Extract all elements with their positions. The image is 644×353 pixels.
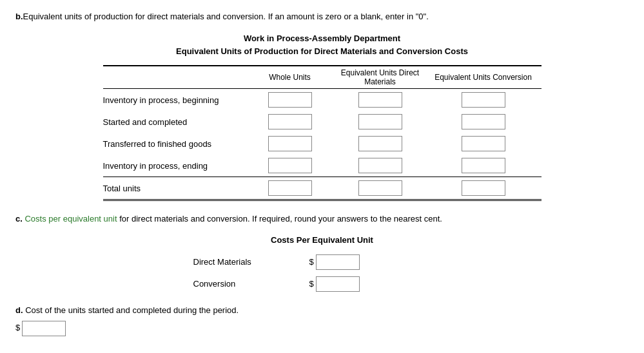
dollar-sign-conv: $ <box>309 279 314 289</box>
table-row-started-completed: Started and completed <box>103 111 542 133</box>
input-conv-started-completed[interactable] <box>462 114 505 129</box>
header-eq-conv: Equivalent Units Conversion <box>432 73 535 82</box>
input-dm-cost[interactable] <box>316 254 360 270</box>
section-d: d. Cost of the units started and complet… <box>15 304 629 336</box>
cell-dm-inventory-beginning <box>329 92 432 108</box>
input-conv-total[interactable] <box>462 180 505 196</box>
row-label-inventory-ending: Inventory in process, ending <box>103 161 251 171</box>
section-d-input-wrap: $ <box>15 321 629 336</box>
section-c-label: c. <box>15 214 23 224</box>
input-dm-inventory-beginning[interactable] <box>358 92 402 108</box>
costs-per-unit-table: Direct Materials $ Conversion $ <box>193 251 451 295</box>
cell-conv-inventory-beginning <box>432 92 535 108</box>
costs-input-wrap-conv: $ <box>309 276 360 292</box>
table-row-inventory-ending: Inventory in process, ending <box>103 155 542 176</box>
cell-whole-inventory-ending <box>251 158 329 173</box>
cell-dm-inventory-ending <box>329 158 432 173</box>
cell-conv-inventory-ending <box>432 158 535 173</box>
cell-whole-transferred <box>251 136 329 151</box>
section-b-label: b. <box>15 12 23 21</box>
input-whole-inventory-ending[interactable] <box>268 158 312 173</box>
input-whole-inventory-beginning[interactable] <box>268 92 312 108</box>
section-c-text: for direct materials and conversion. If … <box>119 214 442 224</box>
section-b-intro: b.Equivalent units of production for dir… <box>15 10 629 23</box>
dollar-sign-dm: $ <box>309 257 314 267</box>
costs-label-dm: Direct Materials <box>193 257 309 267</box>
cell-whole-inventory-beginning <box>251 92 329 108</box>
cell-dm-total <box>329 180 432 196</box>
cell-conv-started-completed <box>432 114 535 129</box>
cell-dm-started-completed <box>329 114 432 129</box>
input-whole-total[interactable] <box>268 180 312 196</box>
input-dm-started-completed[interactable] <box>358 114 402 129</box>
table-row-transferred: Transferred to finished goods <box>103 133 542 155</box>
input-whole-transferred[interactable] <box>268 136 312 151</box>
input-dm-transferred[interactable] <box>358 136 402 151</box>
costs-row-dm: Direct Materials $ <box>193 251 451 273</box>
header-whole-units: Whole Units <box>251 73 329 82</box>
cell-whole-total <box>251 180 329 196</box>
cell-whole-started-completed <box>251 114 329 129</box>
input-conv-inventory-beginning[interactable] <box>462 92 505 108</box>
input-whole-started-completed[interactable] <box>268 114 312 129</box>
section-c-intro: c. Costs per equivalent unit for direct … <box>15 213 629 226</box>
costs-table-title: Costs Per Equivalent Unit <box>15 235 629 245</box>
cell-conv-total <box>432 180 535 196</box>
table-row-total: Total units <box>103 176 542 201</box>
input-conv-inventory-ending[interactable] <box>462 158 505 173</box>
row-label-transferred: Transferred to finished goods <box>103 139 251 149</box>
costs-row-conv: Conversion $ <box>193 273 451 295</box>
dollar-sign-d: $ <box>15 321 20 335</box>
equivalent-units-table: Whole Units Equivalent Units Direct Mate… <box>103 65 542 201</box>
table-title: Work in Process-Assembly Department Equi… <box>15 32 629 59</box>
row-label-inventory-beginning: Inventory in process, beginning <box>103 95 251 105</box>
cell-dm-transferred <box>329 136 432 151</box>
costs-input-wrap-dm: $ <box>309 254 360 270</box>
row-label-started-completed: Started and completed <box>103 117 251 127</box>
row-label-total: Total units <box>103 184 251 193</box>
header-eq-dm: Equivalent Units Direct Materials <box>329 68 432 86</box>
input-dm-inventory-ending[interactable] <box>358 158 402 173</box>
table-row-inventory-beginning: Inventory in process, beginning <box>103 89 542 111</box>
cell-conv-transferred <box>432 136 535 151</box>
costs-per-unit-link: Costs per equivalent unit <box>24 214 117 224</box>
input-conv-cost[interactable] <box>316 276 360 292</box>
table-header-row: Whole Units Equivalent Units Direct Mate… <box>103 65 542 89</box>
input-conv-transferred[interactable] <box>462 136 505 151</box>
input-cost-started-completed[interactable] <box>22 321 66 336</box>
costs-label-conv: Conversion <box>193 279 309 289</box>
section-d-label: d. Cost of the units started and complet… <box>15 305 239 315</box>
input-dm-total[interactable] <box>358 180 402 196</box>
